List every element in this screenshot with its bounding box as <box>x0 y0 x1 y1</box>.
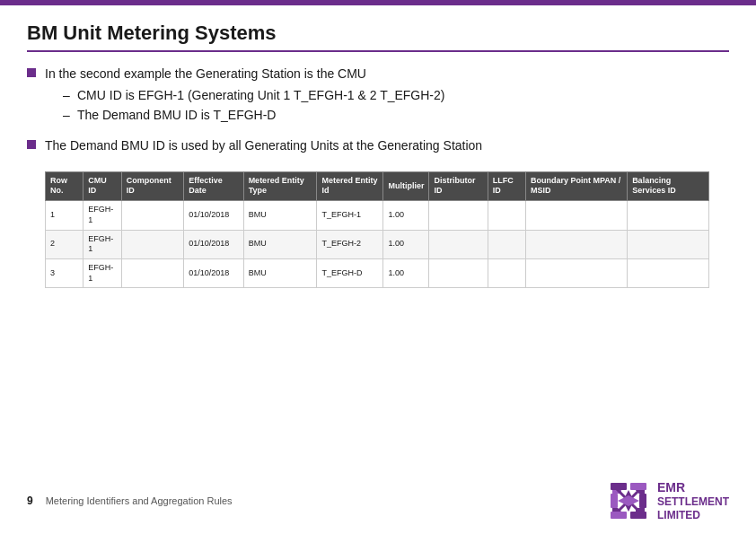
col-metered-entity-id: Metered Entity Id <box>317 171 383 200</box>
table-row: 1EFGH-101/10/2018BMUT_EFGH-11.00 <box>46 201 709 230</box>
logo-area: EMR SETTLEMENT LIMITED <box>609 480 729 521</box>
bullet-item-2: The Demand BMU ID is used by all Generat… <box>27 136 729 155</box>
logo-limited: LIMITED <box>657 509 729 521</box>
table-cell <box>121 258 183 287</box>
table-cell: EFGH-1 <box>84 258 122 287</box>
table-cell <box>429 258 488 287</box>
table-cell: BMU <box>243 258 317 287</box>
col-row-no: Row No. <box>46 171 84 200</box>
table-cell <box>488 258 525 287</box>
table-row: 3EFGH-101/10/2018BMUT_EFGH-D1.00 <box>46 258 709 287</box>
col-distributor-id: Distributor ID <box>429 171 488 200</box>
table-cell: T_EFGH-D <box>317 258 383 287</box>
table-cell <box>628 230 709 258</box>
bullet-square-1 <box>27 68 36 77</box>
bullet-item-1: In the second example the Generating Sta… <box>27 65 729 131</box>
table-cell: 1.00 <box>383 258 429 287</box>
svg-rect-13 <box>630 512 646 519</box>
logo-emr: EMR <box>657 480 729 495</box>
table-cell: 1.00 <box>383 230 429 258</box>
table-cell <box>121 201 183 230</box>
table-cell <box>488 201 525 230</box>
table-cell: T_EFGH-1 <box>317 201 383 230</box>
main-content: BM Unit Metering Systems In the second e… <box>0 5 756 288</box>
col-cmu-id: CMU ID <box>84 171 122 200</box>
col-multiplier: Multiplier <box>383 171 429 200</box>
col-boundary-point: Boundary Point MPAN / MSID <box>526 171 628 200</box>
col-llfc-id: LLFC ID <box>488 171 525 200</box>
page-title: BM Unit Metering Systems <box>27 22 729 52</box>
table-cell <box>628 258 709 287</box>
table-cell: EFGH-1 <box>84 201 122 230</box>
table-cell: 1.00 <box>383 201 429 230</box>
table-body: 1EFGH-101/10/2018BMUT_EFGH-11.002EFGH-10… <box>46 201 709 288</box>
table-cell <box>429 230 488 258</box>
col-component-id: Component ID <box>121 171 183 200</box>
data-table-wrapper: Row No. CMU ID Component ID Effective Da… <box>45 171 729 289</box>
table-cell <box>429 201 488 230</box>
sub-bullet-1-1: CMU ID is EFGH-1 (Generating Unit 1 T_EF… <box>63 85 444 105</box>
footer-left: 9 Metering Identifiers and Aggregation R… <box>27 495 233 507</box>
table-cell: T_EFGH-2 <box>317 230 383 258</box>
bullet-list: In the second example the Generating Sta… <box>27 65 729 155</box>
table-cell: 01/10/2018 <box>184 258 243 287</box>
col-effective-date: Effective Date <box>184 171 243 200</box>
metering-table: Row No. CMU ID Component ID Effective Da… <box>45 171 709 289</box>
col-metered-entity-type: Metered Entity Type <box>243 171 317 200</box>
bullet-square-2 <box>27 140 36 149</box>
bullet-text-1: In the second example the Generating Sta… <box>45 66 366 81</box>
table-cell: 1 <box>46 201 84 230</box>
logo-settlement: SETTLEMENT <box>657 495 729 508</box>
table-cell <box>121 230 183 258</box>
svg-rect-9 <box>630 483 646 490</box>
emr-logo-icon <box>609 481 648 521</box>
table-cell <box>526 230 628 258</box>
sub-bullet-1-2: The Demand BMU ID is T_EFGH-D <box>63 105 444 125</box>
table-cell: 01/10/2018 <box>184 201 243 230</box>
svg-rect-8 <box>611 483 627 490</box>
svg-rect-10 <box>611 494 618 508</box>
table-cell <box>628 201 709 230</box>
table-cell: BMU <box>243 230 317 258</box>
footer-text: Metering Identifiers and Aggregation Rul… <box>46 495 233 506</box>
table-cell <box>488 230 525 258</box>
sub-bullet-list-1: CMU ID is EFGH-1 (Generating Unit 1 T_EF… <box>63 85 444 126</box>
table-cell: BMU <box>243 201 317 230</box>
page-number: 9 <box>27 495 33 507</box>
footer: 9 Metering Identifiers and Aggregation R… <box>27 480 729 521</box>
logo-text: EMR SETTLEMENT LIMITED <box>657 480 729 521</box>
table-cell <box>526 201 628 230</box>
svg-marker-15 <box>618 495 639 506</box>
table-cell: 3 <box>46 258 84 287</box>
svg-rect-12 <box>611 512 627 519</box>
table-cell: EFGH-1 <box>84 230 122 258</box>
table-header-row: Row No. CMU ID Component ID Effective Da… <box>46 171 709 200</box>
table-cell: 2 <box>46 230 84 258</box>
bullet-text-2: The Demand BMU ID is used by all Generat… <box>45 136 482 155</box>
table-cell: 01/10/2018 <box>184 230 243 258</box>
table-row: 2EFGH-101/10/2018BMUT_EFGH-21.00 <box>46 230 709 258</box>
svg-rect-11 <box>639 494 646 508</box>
table-cell <box>526 258 628 287</box>
col-balancing-services: Balancing Services ID <box>628 171 709 200</box>
